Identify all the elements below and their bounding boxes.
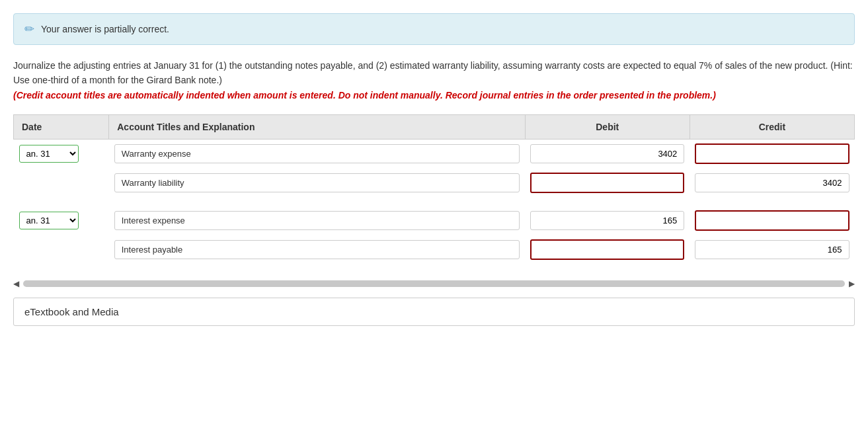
credit-input[interactable]: [695, 210, 849, 231]
scroll-right-arrow[interactable]: ▶: [849, 279, 855, 288]
debit-cell: [525, 140, 690, 169]
header-credit: Credit: [690, 115, 854, 140]
account-input[interactable]: [114, 144, 520, 163]
instructions-main: Journalize the adjusting entries at Janu…: [13, 58, 855, 88]
scrollbar-row: ◀ ▶: [13, 275, 855, 292]
table-row: [14, 235, 855, 264]
debit-cell: [525, 206, 690, 235]
date-cell: [14, 169, 109, 198]
account-input[interactable]: [114, 240, 520, 259]
header-debit: Debit: [525, 115, 690, 140]
journal-table: Date Account Titles and Explanation Debi…: [13, 114, 855, 264]
header-date: Date: [14, 115, 109, 140]
table-row: [14, 169, 855, 198]
alert-message: Your answer is partially correct.: [41, 24, 169, 34]
credit-input[interactable]: [695, 143, 849, 164]
account-cell: [109, 169, 525, 198]
date-select[interactable]: an. 31Feb. 1Feb. 28: [19, 212, 79, 229]
date-cell: an. 31Feb. 1Feb. 28: [14, 140, 109, 169]
account-cell: [109, 235, 525, 264]
header-account: Account Titles and Explanation: [109, 115, 525, 140]
instructions-block: Journalize the adjusting entries at Janu…: [13, 58, 855, 102]
table-row: an. 31Feb. 1Feb. 28: [14, 140, 855, 169]
account-input[interactable]: [114, 173, 520, 192]
credit-cell: [690, 206, 854, 235]
footer-label: eTextbook and Media: [24, 306, 119, 317]
footer-bar: eTextbook and Media: [13, 298, 855, 326]
account-cell: [109, 206, 525, 235]
credit-input[interactable]: [695, 240, 849, 259]
credit-input[interactable]: [695, 173, 849, 192]
credit-cell: [690, 235, 854, 264]
debit-input[interactable]: [530, 173, 684, 193]
debit-cell: [525, 169, 690, 198]
account-cell: [109, 140, 525, 169]
date-select[interactable]: an. 31Feb. 1Feb. 28: [19, 145, 79, 163]
date-cell: an. 31Feb. 1Feb. 28: [14, 206, 109, 235]
credit-cell: [690, 169, 854, 198]
debit-input[interactable]: [530, 144, 684, 163]
pencil-icon: ✏: [24, 22, 34, 36]
table-row: an. 31Feb. 1Feb. 28: [14, 206, 855, 235]
date-cell: [14, 235, 109, 264]
row-spacer: [14, 198, 855, 206]
credit-cell: [690, 140, 854, 169]
debit-input[interactable]: [530, 239, 684, 260]
alert-box: ✏ Your answer is partially correct.: [13, 13, 855, 45]
account-input[interactable]: [114, 211, 520, 230]
instructions-warning: (Credit account titles are automatically…: [13, 88, 855, 102]
debit-cell: [525, 235, 690, 264]
scrollbar-track[interactable]: [23, 280, 845, 287]
debit-input[interactable]: [530, 211, 684, 230]
page-wrapper: ✏ Your answer is partially correct. Jour…: [0, 0, 868, 447]
scroll-left-arrow[interactable]: ◀: [13, 279, 19, 288]
